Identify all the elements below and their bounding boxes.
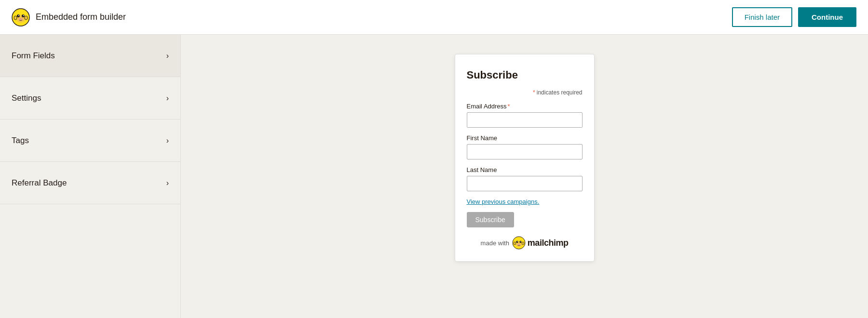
svg-point-12 [519,241,521,243]
main-area: Form Fields › Settings › Tags › Referral… [0,35,868,318]
mailchimp-text: mailchimp [528,238,569,248]
first-name-label: First Name [467,134,583,142]
header-left: Embedded form builder [12,8,126,26]
made-with-footer: made with mailchim [467,236,583,250]
email-input[interactable] [467,112,583,128]
chevron-right-icon: › [166,136,169,145]
view-campaigns-link[interactable]: View previous campaigns. [467,198,583,205]
required-star-icon: * [533,89,535,96]
mailchimp-logo-icon [12,8,30,26]
svg-point-14 [520,241,521,242]
email-field-group: Email Address* [467,103,583,128]
subscribe-title: Subscribe [467,69,583,81]
svg-point-17 [522,242,524,245]
made-with-text: made with [481,239,509,247]
svg-point-11 [516,241,518,243]
chevron-right-icon: › [166,94,169,103]
svg-point-7 [14,16,17,20]
sidebar-item-tags[interactable]: Tags › [0,119,180,162]
last-name-field-group: Last Name [467,166,583,191]
sidebar-item-label: Settings [12,93,41,103]
required-note: *indicates required [467,89,583,96]
last-name-input[interactable] [467,176,583,191]
header-right: Finish later Continue [732,7,856,27]
svg-point-16 [514,242,515,245]
mailchimp-logo: mailchimp [512,236,569,250]
finish-later-button[interactable]: Finish later [732,7,792,27]
sidebar: Form Fields › Settings › Tags › Referral… [0,35,181,318]
chevron-right-icon: › [166,52,169,60]
svg-point-15 [517,243,520,246]
app-title: Embedded form builder [36,12,126,22]
first-name-field-group: First Name [467,134,583,159]
sidebar-item-label: Referral Badge [12,178,67,188]
mailchimp-monkey-icon [512,236,526,250]
svg-point-8 [25,16,27,20]
email-label: Email Address* [467,103,583,110]
sidebar-item-label: Form Fields [12,51,55,61]
continue-button[interactable]: Continue [798,7,856,27]
sidebar-item-form-fields[interactable]: Form Fields › [0,35,180,77]
content-area: Subscribe *indicates required Email Addr… [181,35,868,318]
first-name-input[interactable] [467,144,583,159]
svg-point-3 [22,14,25,17]
sidebar-item-label: Tags [12,136,29,146]
sidebar-item-referral-badge[interactable]: Referral Badge › [0,162,180,204]
app-header: Embedded form builder Finish later Conti… [0,0,868,35]
svg-point-4 [18,15,19,16]
chevron-right-icon: › [166,179,169,187]
svg-point-2 [17,14,20,17]
sidebar-item-settings[interactable]: Settings › [0,77,180,119]
svg-point-5 [23,15,24,16]
email-required-star: * [508,103,510,110]
subscribe-button[interactable]: Subscribe [467,212,514,227]
preview-card: Subscribe *indicates required Email Addr… [455,54,595,262]
last-name-label: Last Name [467,166,583,173]
svg-point-13 [517,241,517,242]
